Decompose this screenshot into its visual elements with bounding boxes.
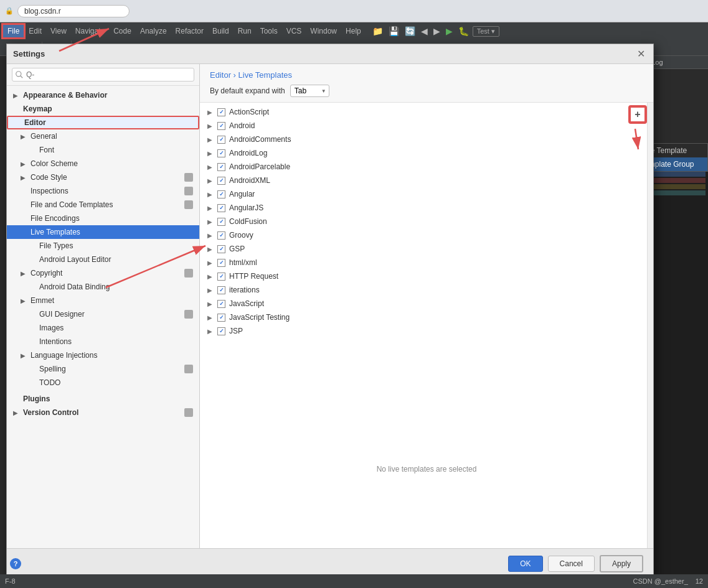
- toolbar-icon-2[interactable]: 💾: [387, 25, 401, 37]
- group-expand-icon: ▶: [207, 164, 215, 170]
- add-template-button[interactable]: +: [630, 106, 646, 123]
- status-line: 12: [696, 577, 703, 585]
- menu-code[interactable]: Code: [109, 25, 136, 37]
- template-checkbox[interactable]: [217, 149, 225, 157]
- group-label: html/xml: [229, 258, 257, 267]
- group-label: AndroidParcelable: [229, 162, 290, 171]
- toolbar-icon-forward[interactable]: ▶: [432, 25, 442, 37]
- menu-navigate[interactable]: Navigate: [71, 25, 109, 37]
- sidebar-item-intentions[interactable]: Intentions: [7, 335, 199, 348]
- menu-help[interactable]: Help: [341, 25, 366, 37]
- templates-scrollbar[interactable]: [647, 103, 653, 548]
- toolbar-icon-test[interactable]: Test ▾: [473, 26, 499, 37]
- dialog-footer: OK Cancel Apply: [7, 548, 653, 578]
- toolbar-icon-3[interactable]: 🔄: [403, 25, 417, 37]
- sidebar-item-spelling[interactable]: Spelling: [7, 362, 199, 376]
- sidebar-item-emmet[interactable]: ▶ Emmet: [7, 294, 199, 307]
- template-checkbox[interactable]: [217, 327, 225, 335]
- toolbar-icon-1[interactable]: 📁: [371, 25, 385, 37]
- ok-button[interactable]: OK: [508, 556, 542, 572]
- template-group-coldfusion[interactable]: ▶ ColdFusion: [200, 215, 647, 228]
- menu-view[interactable]: View: [46, 25, 71, 37]
- sidebar-item-file-types[interactable]: File Types: [7, 239, 199, 253]
- template-group-angular[interactable]: ▶ Angular: [200, 187, 647, 201]
- cancel-button[interactable]: Cancel: [548, 556, 595, 572]
- menu-run[interactable]: Run: [234, 25, 256, 37]
- sidebar-item-appearance[interactable]: ▶ Appearance & Behavior: [7, 88, 199, 102]
- dialog-close-button[interactable]: ✕: [635, 48, 647, 60]
- template-checkbox[interactable]: [217, 218, 225, 226]
- sidebar-label: Keymap: [23, 105, 52, 113]
- sidebar-item-color-scheme[interactable]: ▶ Color Scheme: [7, 157, 199, 170]
- menu-analyze[interactable]: Analyze: [136, 25, 171, 37]
- menu-file[interactable]: File: [2, 24, 24, 38]
- template-group-htmlxml[interactable]: ▶ html/xml: [200, 256, 647, 269]
- template-group-jsp[interactable]: ▶ JSP: [200, 324, 647, 338]
- sidebar-label: Emmet: [31, 296, 54, 305]
- sidebar-item-copyright[interactable]: ▶ Copyright: [7, 266, 199, 280]
- template-checkbox[interactable]: [217, 259, 225, 267]
- sidebar-item-version-control[interactable]: ▶ Version Control: [7, 406, 199, 419]
- template-group-httprequest[interactable]: ▶ HTTP Request: [200, 269, 647, 283]
- template-checkbox[interactable]: [217, 286, 225, 294]
- menu-refactor[interactable]: Refactor: [171, 25, 208, 37]
- template-group-iterations[interactable]: ▶ iterations: [200, 283, 647, 297]
- sidebar-label: Appearance & Behavior: [23, 91, 107, 100]
- breadcrumb: Editor › Live Templates: [210, 70, 643, 80]
- template-group-androidcomments[interactable]: ▶ AndroidComments: [200, 133, 647, 146]
- template-checkbox[interactable]: [217, 314, 225, 322]
- template-checkbox[interactable]: [217, 136, 225, 144]
- sidebar-item-android-layout-editor[interactable]: Android Layout Editor: [7, 253, 199, 266]
- menu-edit[interactable]: Edit: [24, 25, 46, 37]
- apply-button[interactable]: Apply: [600, 555, 643, 572]
- sidebar-label-live-templates: Live Templates: [31, 228, 80, 236]
- template-group-actionscript[interactable]: ▶ ActionScript: [200, 105, 647, 119]
- sidebar-item-general[interactable]: ▶ General: [7, 129, 199, 143]
- template-checkbox[interactable]: [217, 177, 225, 185]
- expand-row: By default expand with Tab Enter Space: [210, 85, 643, 97]
- template-group-androidparcelable[interactable]: ▶ AndroidParcelable: [200, 160, 647, 174]
- group-label: AndroidComments: [229, 135, 291, 144]
- sidebar-item-keymap[interactable]: Keymap: [7, 102, 199, 116]
- search-input[interactable]: [12, 68, 194, 82]
- sidebar-item-editor[interactable]: Editor: [7, 116, 199, 129]
- sidebar-item-inspections[interactable]: Inspections: [7, 184, 199, 198]
- template-checkbox[interactable]: [217, 245, 225, 253]
- help-button[interactable]: ?: [10, 558, 21, 569]
- menu-vcs[interactable]: VCS: [282, 25, 306, 37]
- template-checkbox[interactable]: [217, 108, 225, 116]
- expand-select[interactable]: Tab Enter Space: [290, 85, 329, 97]
- sidebar-item-font[interactable]: Font: [7, 143, 199, 157]
- template-group-groovy[interactable]: ▶ Groovy: [200, 228, 647, 242]
- template-group-android[interactable]: ▶ Android: [200, 119, 647, 133]
- sidebar-item-code-style[interactable]: ▶ Code Style: [7, 170, 199, 184]
- template-checkbox[interactable]: [217, 204, 225, 212]
- template-group-androidlog[interactable]: ▶ AndroidLog: [200, 146, 647, 160]
- template-checkbox[interactable]: [217, 231, 225, 240]
- template-checkbox[interactable]: [217, 190, 225, 198]
- toolbar-debug[interactable]: 🐛: [456, 25, 471, 37]
- template-group-javascripttesting[interactable]: ▶ JavaScript Testing: [200, 310, 647, 324]
- sidebar-item-android-data-binding[interactable]: Android Data Binding: [7, 280, 199, 294]
- sidebar-item-file-code-templates[interactable]: File and Code Templates: [7, 198, 199, 212]
- browser-url[interactable]: blog.csdn.r: [17, 5, 130, 17]
- sidebar-item-lang-injections[interactable]: ▶ Language Injections: [7, 348, 199, 362]
- template-group-angularjs[interactable]: ▶ AngularJS: [200, 201, 647, 215]
- template-checkbox[interactable]: [217, 163, 225, 171]
- menu-tools[interactable]: Tools: [256, 25, 282, 37]
- sidebar-item-images[interactable]: Images: [7, 321, 199, 335]
- menu-window[interactable]: Window: [306, 25, 341, 37]
- sidebar-item-live-templates[interactable]: Live Templates: [7, 225, 199, 239]
- toolbar-icon-back[interactable]: ◀: [419, 25, 430, 37]
- toolbar-run[interactable]: ▶: [444, 25, 455, 37]
- template-group-gsp[interactable]: ▶ GSP: [200, 242, 647, 256]
- template-checkbox[interactable]: [217, 122, 225, 130]
- template-group-javascript[interactable]: ▶ JavaScript: [200, 297, 647, 310]
- template-checkbox[interactable]: [217, 300, 225, 308]
- menu-build[interactable]: Build: [208, 25, 234, 37]
- sidebar-item-todo[interactable]: TODO: [7, 376, 199, 390]
- sidebar-item-file-encodings[interactable]: File Encodings: [7, 212, 199, 225]
- sidebar-item-gui-designer[interactable]: GUI Designer: [7, 307, 199, 321]
- template-group-androidxml[interactable]: ▶ AndroidXML: [200, 174, 647, 187]
- template-checkbox[interactable]: [217, 273, 225, 281]
